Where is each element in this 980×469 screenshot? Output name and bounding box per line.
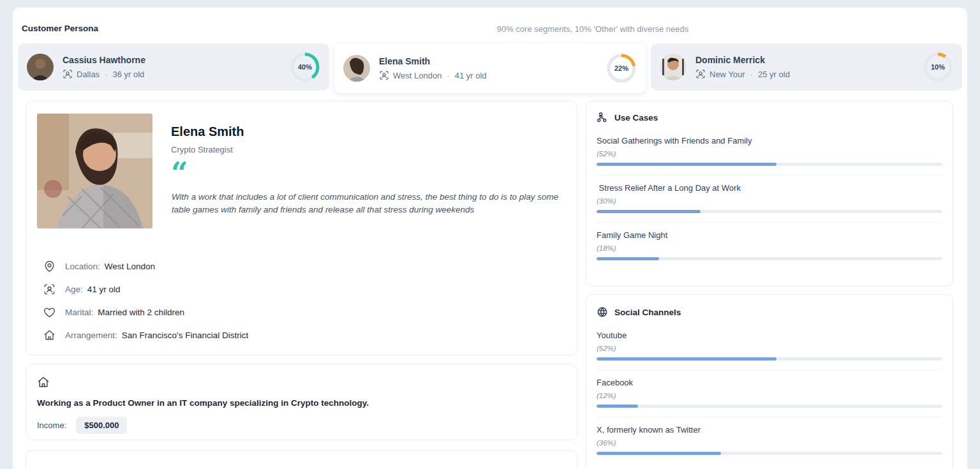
- age-face-icon: [43, 283, 56, 295]
- main-panel: Customer Persona 90% core segments, 10% …: [13, 8, 967, 469]
- persona-meta: West London · 41 yr old: [379, 70, 606, 80]
- dot-separator: ·: [447, 71, 449, 80]
- detail-value: Married with 2 children: [98, 308, 184, 317]
- use-cases-title: Use Cases: [614, 113, 658, 123]
- heart-icon: [43, 306, 56, 318]
- channel-label: Facebook: [597, 378, 942, 387]
- detail-row-location: Location: West London: [43, 255, 490, 278]
- share-percent: 22%: [606, 53, 637, 84]
- social-channels-title: Social Channels: [614, 308, 681, 317]
- social-channels-header: Social Channels: [597, 306, 942, 318]
- detail-label: Location:: [65, 262, 100, 271]
- detail-label: Arrangement:: [65, 331, 117, 340]
- progress-bar: [597, 405, 942, 408]
- use-case-label: Stress Relief After a Long Day at Work: [597, 183, 942, 193]
- home-icon: [43, 329, 56, 341]
- use-case-item: Social Gatherings with Friends and Famil…: [597, 128, 942, 175]
- detail-label: Age:: [65, 285, 83, 294]
- use-case-item: Family Game Night (18%): [597, 223, 942, 269]
- persona-dashboard: Customer Persona 90% core segments, 10% …: [0, 0, 980, 469]
- persona-meta: Dallas · 36 yr old: [63, 69, 290, 79]
- persona-name: Dominic Merrick: [695, 55, 923, 65]
- social-channels-card: Social Channels Youtube (52%) Facebook (…: [586, 294, 953, 469]
- hierarchy-icon: [597, 112, 608, 123]
- income-value-badge: $500.000: [76, 417, 127, 434]
- channel-label: Youtube: [597, 331, 942, 340]
- channel-percent: (36%): [597, 439, 942, 447]
- progress-bar: [597, 210, 942, 213]
- avatar: [27, 54, 54, 80]
- profile-name: Elena Smith: [171, 124, 244, 139]
- progress-bar: [597, 357, 942, 361]
- use-case-label: Family Game Night: [597, 230, 942, 240]
- detail-row-arrangement: Arrangement: San Francisco's Financial D…: [43, 324, 490, 346]
- social-channel-item: X, formerly known as Twitter (36%): [597, 417, 942, 464]
- detail-value: 41 yr old: [87, 285, 121, 294]
- use-case-label: Social Gatherings with Friends and Famil…: [597, 136, 942, 145]
- use-cases-card: Use Cases Social Gatherings with Friends…: [586, 101, 953, 287]
- tab-info: Cassius Hawthorne Dallas · 36 yr old: [63, 55, 290, 79]
- persona-name: Elena Smith: [379, 56, 606, 66]
- detail-row-age: Age: 41 yr old: [43, 278, 490, 301]
- avatar: [660, 54, 687, 80]
- persona-tab-elena[interactable]: Elena Smith West London · 41 yr old 22%: [334, 43, 646, 93]
- profile-card: Elena Smith Crypto Strategist “ With a w…: [26, 101, 577, 355]
- next-card-stub: [26, 450, 577, 469]
- persona-name: Cassius Hawthorne: [63, 55, 290, 65]
- quote-icon: “: [171, 163, 188, 183]
- use-case-percent: (52%): [597, 150, 942, 158]
- detail-row-marital: Marital: Married with 2 children: [43, 301, 490, 324]
- social-channel-item: Youtube (52%): [597, 323, 942, 370]
- globe-icon: [597, 306, 608, 318]
- persona-tab-dominic[interactable]: Dominic Merrick New Your · 25 yr old 10%: [651, 43, 962, 91]
- persona-tab-cassius[interactable]: Cassius Hawthorne Dallas · 36 yr old 40%: [18, 43, 329, 91]
- work-description: Working as a Product Owner in an IT comp…: [37, 398, 369, 408]
- persona-location: New Your: [709, 70, 745, 79]
- location-pin-icon: [43, 260, 56, 272]
- share-percent: 10%: [923, 52, 953, 82]
- tab-info: Dominic Merrick New Your · 25 yr old: [695, 55, 923, 79]
- dot-separator: ·: [105, 70, 107, 79]
- progress-bar: [597, 257, 942, 260]
- profile-role: Crypto Strategist: [171, 145, 233, 154]
- share-donut: 10%: [923, 52, 953, 82]
- persona-location: Dallas: [77, 70, 100, 79]
- detail-label: Marital:: [65, 308, 93, 317]
- persona-tabs: Cassius Hawthorne Dallas · 36 yr old 40%: [13, 43, 967, 93]
- dot-separator: ·: [750, 70, 753, 79]
- face-id-icon: [63, 69, 73, 79]
- detail-value: San Francisco's Financial District: [122, 331, 248, 340]
- share-donut: 22%: [606, 53, 637, 84]
- persona-age: 41 yr old: [455, 71, 487, 80]
- face-id-icon: [695, 69, 706, 79]
- use-case-percent: (30%): [597, 197, 942, 205]
- share-donut: 40%: [290, 52, 320, 82]
- avatar: [343, 55, 370, 82]
- income-label: Income:: [37, 421, 66, 430]
- channel-percent: (12%): [597, 392, 942, 399]
- home-icon: [37, 376, 50, 389]
- face-id-icon: [379, 70, 389, 80]
- page-subtitle: 90% core segments, 10% 'Other' with dive…: [497, 24, 689, 34]
- page-title: Customer Persona: [22, 24, 98, 33]
- channel-label: X, formerly known as Twitter: [597, 425, 942, 435]
- profile-quote: With a work that includes a lot of clien…: [172, 191, 566, 216]
- income-row: Income: $500.000: [37, 417, 127, 434]
- persona-age: 36 yr old: [112, 70, 144, 79]
- progress-bar: [597, 163, 942, 166]
- social-channel-item: Facebook (12%): [597, 370, 942, 417]
- use-case-percent: (18%): [597, 244, 942, 252]
- persona-age: 25 yr old: [758, 70, 790, 79]
- share-percent: 40%: [290, 52, 320, 82]
- use-case-item: Stress Relief After a Long Day at Work (…: [597, 175, 942, 223]
- profile-photo: [37, 114, 152, 228]
- tab-info: Elena Smith West London · 41 yr old: [379, 56, 606, 80]
- profile-details: Location: West London Age: 41 yr old Mar…: [43, 255, 490, 346]
- detail-value: West London: [105, 262, 155, 271]
- use-cases-header: Use Cases: [597, 112, 942, 123]
- persona-location: West London: [393, 71, 442, 80]
- progress-bar: [597, 452, 942, 455]
- persona-meta: New Your · 25 yr old: [695, 69, 923, 79]
- channel-percent: (52%): [597, 345, 942, 352]
- work-card: Working as a Product Owner in an IT comp…: [26, 364, 577, 440]
